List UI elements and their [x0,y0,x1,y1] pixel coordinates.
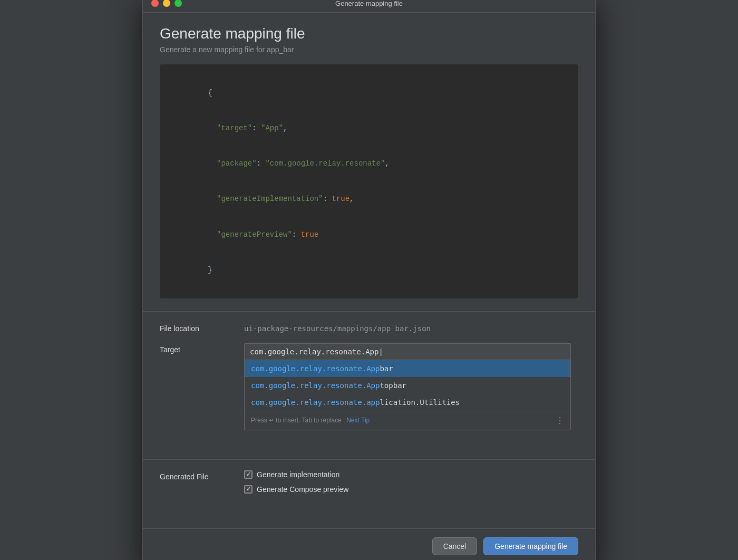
cancel-button[interactable]: Cancel [432,537,478,555]
file-location-value: ui-package-resources/mappings/app_bar.js… [244,322,431,333]
code-line-5: "generatePreview": true [172,217,566,252]
autocomplete-input-wrapper [244,343,571,360]
checkbox-preview-label: Generate Compose preview [257,485,348,494]
autocomplete-item-3[interactable]: com.google.relay.resonate.application.Ut… [245,394,570,411]
generated-file-row: Generated File Generate implementation G… [160,470,578,500]
dialog-subheading: Generate a new mapping file for app_bar [160,45,578,54]
close-button[interactable] [151,0,159,7]
autocomplete-suffix-2: topbar [380,381,406,390]
target-row: Target Use existing composable Create ne… [160,343,578,449]
checkbox-generate-preview[interactable]: Generate Compose preview [244,485,348,494]
section-divider-top [143,311,595,312]
autocomplete-dropdown: com.google.relay.resonate.Appbar com.goo… [244,360,571,430]
autocomplete-item-2[interactable]: com.google.relay.resonate.Apptopbar [245,377,570,394]
target-label: Target [160,343,244,354]
autocomplete-suffix-1: bar [380,364,393,373]
dialog-content: Generate mapping file Generate a new map… [143,13,595,523]
traffic-lights [151,0,182,7]
autocomplete-item-1[interactable]: com.google.relay.resonate.Appbar [245,360,570,377]
code-line-4: "generateImplementation": true, [172,181,566,217]
code-line-1: { [172,75,566,110]
generated-file-options: Generate implementation Generate Compose… [244,470,348,500]
file-location-label: File location [160,322,244,333]
minimize-button[interactable] [163,0,170,7]
generated-file-label: Generated File [160,470,244,481]
checkbox-preview-box[interactable] [244,485,253,494]
code-block: { "target": "App", "package": "com.googl… [160,64,578,298]
window-title: Generate mapping file [335,0,403,7]
code-line-3: "package": "com.google.relay.resonate", [172,146,566,181]
file-location-row: File location ui-package-resources/mappi… [160,322,578,333]
autocomplete-match-3: com.google.relay.resonate.app [251,398,380,407]
autocomplete-hint: Press ↵ to insert, Tab to replace Next T… [251,417,370,424]
checkbox-generate-impl[interactable]: Generate implementation [244,470,348,479]
dialog: Generate mapping file Generate mapping f… [142,0,596,560]
checkbox-impl-label: Generate implementation [257,470,339,479]
maximize-button[interactable] [174,0,182,7]
autocomplete-footer: Press ↵ to insert, Tab to replace Next T… [245,411,570,430]
dialog-footer: Cancel Generate mapping file [143,528,595,560]
code-line-2: "target": "App", [172,111,566,146]
autocomplete-container: com.google.relay.resonate.Appbar com.goo… [244,343,571,430]
generate-button[interactable]: Generate mapping file [483,537,578,555]
autocomplete-suffix-3: lication.Utilities [380,398,460,407]
autocomplete-match-2: com.google.relay.resonate.App [251,381,380,390]
checkbox-impl-box[interactable] [244,470,253,479]
next-tip-button[interactable]: Next Tip [346,417,370,424]
autocomplete-match-1: com.google.relay.resonate.App [251,364,380,373]
dialog-heading: Generate mapping file [160,25,578,42]
section-divider-generated [143,459,595,460]
code-line-6: } [172,252,566,287]
title-bar: Generate mapping file [143,0,595,13]
autocomplete-input[interactable] [250,347,565,356]
more-options-icon[interactable]: ⋮ [556,416,564,426]
